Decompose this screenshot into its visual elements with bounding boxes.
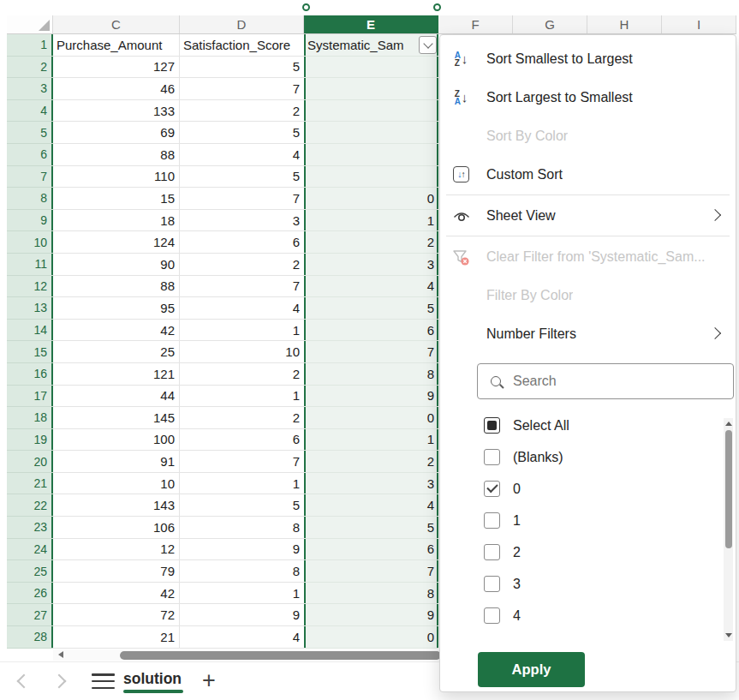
row-header[interactable]: 2 [7, 57, 53, 79]
cell-e[interactable]: 1 [304, 210, 438, 232]
checkbox-unchecked-icon[interactable] [484, 512, 500, 529]
cell-d[interactable]: 5 [180, 122, 304, 144]
cell-d[interactable]: 1 [180, 320, 304, 342]
select-all-corner[interactable] [7, 15, 53, 33]
row-header[interactable]: 8 [7, 188, 53, 210]
row-header[interactable]: 9 [7, 210, 53, 232]
row-header[interactable]: 7 [7, 166, 53, 188]
cell-e[interactable]: 3 [304, 473, 438, 495]
row-header[interactable]: 6 [7, 144, 53, 166]
scroll-left-arrow-icon[interactable] [58, 651, 63, 658]
cell-d[interactable]: 5 [180, 57, 304, 79]
filter-value-blanks[interactable]: (Blanks) [440, 441, 715, 473]
row-header[interactable]: 5 [7, 122, 53, 144]
cell-d[interactable]: 9 [180, 604, 304, 626]
row-header[interactable]: 23 [7, 517, 53, 539]
search-input[interactable] [511, 373, 720, 390]
cell-d[interactable]: 8 [180, 517, 304, 539]
menu-item-sort-smallest-to-largest[interactable]: AZ↓ Sort Smallest to Largest [440, 39, 736, 78]
cell-d[interactable]: 5 [180, 494, 304, 517]
checkbox-checked-icon[interactable] [484, 481, 500, 497]
scroll-up-arrow-icon[interactable] [725, 422, 732, 426]
cell-d[interactable]: 10 [180, 341, 304, 363]
cell-e[interactable]: 9 [304, 604, 438, 626]
column-header-C[interactable]: C [53, 15, 180, 33]
cell-e[interactable]: 8 [304, 583, 438, 605]
column-header-D[interactable]: D [180, 15, 304, 33]
row-header[interactable]: 20 [7, 451, 53, 473]
filter-value-select-all[interactable]: Select All [440, 410, 715, 441]
row-header[interactable]: 18 [7, 407, 53, 429]
column-header-G[interactable]: G [513, 15, 587, 33]
column-header-H[interactable]: H [587, 15, 662, 33]
row-header[interactable]: 25 [7, 560, 53, 583]
menu-item-number-filters[interactable]: Number Filters [440, 314, 736, 353]
row-header[interactable]: 22 [7, 494, 53, 517]
filter-dropdown-button[interactable] [419, 36, 437, 54]
cell-d[interactable]: 4 [180, 144, 304, 166]
cell-header-satisfaction-score[interactable]: Satisfaction_Score [180, 34, 304, 57]
cell-e[interactable]: 4 [304, 494, 438, 517]
cell-d[interactable]: 4 [180, 297, 304, 320]
cell-c[interactable]: 100 [53, 429, 180, 452]
row-header[interactable]: 11 [7, 254, 53, 276]
cell-c[interactable]: 18 [53, 210, 180, 232]
cell-e[interactable] [304, 166, 438, 188]
cell-header-purchase-amount[interactable]: Purchase_Amount [53, 34, 180, 57]
cell-d[interactable]: 5 [180, 166, 304, 188]
scrollbar-thumb[interactable] [725, 430, 732, 548]
checkbox-unchecked-icon[interactable] [484, 449, 500, 465]
cell-e[interactable]: 7 [304, 341, 438, 363]
menu-item-custom-sort[interactable]: ↓↑ Custom Sort [440, 155, 736, 194]
row-header[interactable]: 28 [7, 626, 53, 649]
row-header[interactable]: 14 [7, 320, 53, 342]
cell-e[interactable]: 2 [304, 451, 438, 473]
cell-e[interactable]: 0 [304, 188, 438, 210]
filter-value-3[interactable]: 3 [440, 568, 715, 600]
cell-e[interactable] [304, 122, 438, 144]
cell-c[interactable]: 46 [53, 78, 180, 100]
row-header[interactable]: 17 [7, 386, 53, 408]
search-box[interactable] [477, 363, 734, 399]
row-header[interactable]: 27 [7, 604, 53, 626]
cell-d[interactable]: 7 [180, 78, 304, 100]
cell-c[interactable]: 88 [53, 144, 180, 166]
cell-c[interactable]: 110 [53, 166, 180, 188]
cell-c[interactable]: 44 [53, 386, 180, 408]
horizontal-scrollbar[interactable] [53, 649, 441, 661]
cell-d[interactable]: 3 [180, 210, 304, 232]
selection-handle-left[interactable] [302, 3, 310, 11]
cell-d[interactable]: 2 [180, 407, 304, 429]
column-header-I[interactable]: I [662, 15, 736, 33]
row-header[interactable]: 19 [7, 429, 53, 452]
cell-d[interactable]: 4 [180, 626, 304, 649]
sheet-tab-solution[interactable]: solution [123, 670, 182, 688]
cell-e[interactable]: 9 [304, 386, 438, 408]
cell-d[interactable]: 7 [180, 188, 304, 210]
cell-c[interactable]: 95 [53, 297, 180, 320]
cell-c[interactable]: 91 [53, 451, 180, 473]
cell-d[interactable]: 7 [180, 276, 304, 298]
cell-d[interactable]: 1 [180, 583, 304, 605]
filter-value-2[interactable]: 2 [440, 536, 715, 568]
cell-c[interactable]: 21 [53, 626, 180, 649]
cell-c[interactable]: 145 [53, 407, 180, 429]
row-header[interactable]: 16 [7, 363, 53, 386]
value-list-scrollbar[interactable] [724, 418, 733, 641]
cell-c[interactable]: 121 [53, 363, 180, 386]
cell-e[interactable]: 5 [304, 517, 438, 539]
row-header[interactable]: 24 [7, 539, 53, 561]
cell-e[interactable] [304, 78, 438, 100]
row-header[interactable]: 26 [7, 583, 53, 605]
row-header[interactable]: 4 [7, 100, 53, 123]
cell-d[interactable]: 2 [180, 363, 304, 386]
cell-d[interactable]: 1 [180, 386, 304, 408]
checkbox-unchecked-icon[interactable] [484, 544, 500, 560]
cell-e[interactable] [304, 100, 438, 123]
sheet-list-menu-icon[interactable] [92, 673, 115, 689]
cell-e[interactable]: 3 [304, 254, 438, 276]
row-header[interactable]: 15 [7, 341, 53, 363]
cell-c[interactable]: 25 [53, 341, 180, 363]
cell-e[interactable]: 7 [304, 560, 438, 583]
cell-c[interactable]: 127 [53, 57, 180, 79]
